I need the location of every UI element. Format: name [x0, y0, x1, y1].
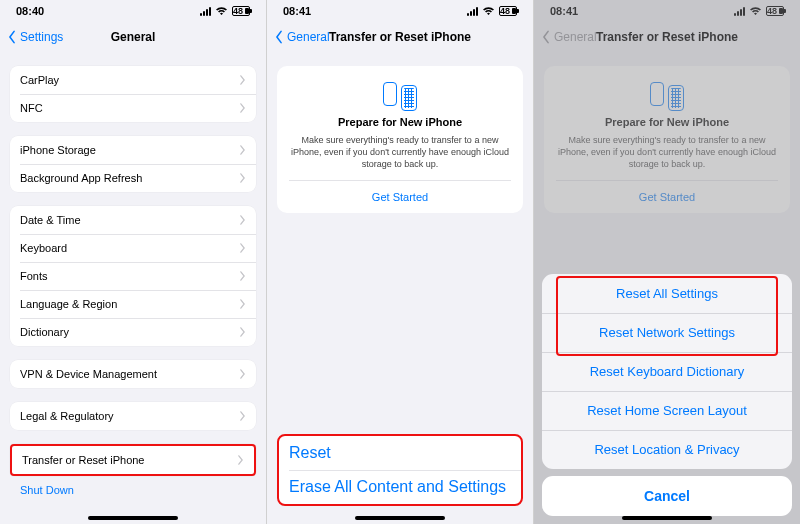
home-indicator[interactable]: [355, 516, 445, 520]
chevron-right-icon: [239, 271, 246, 281]
action-sheet: Reset All Settings Reset Network Setting…: [542, 274, 792, 516]
chevron-right-icon: [239, 173, 246, 183]
settings-group: iPhone Storage Background App Refresh: [10, 136, 256, 192]
chevron-right-icon: [239, 243, 246, 253]
status-bar: 08:40 48: [0, 0, 266, 22]
row-transfer-reset[interactable]: Transfer or Reset iPhone: [12, 446, 254, 474]
settings-group: Date & Time Keyboard Fonts Language & Re…: [10, 206, 256, 346]
action-sheet-options: Reset All Settings Reset Network Setting…: [542, 274, 792, 469]
row-background-app-refresh[interactable]: Background App Refresh: [10, 164, 256, 192]
settings-list: CarPlay NFC iPhone Storage Background Ap…: [0, 66, 266, 504]
reset-button[interactable]: Reset: [279, 436, 521, 470]
home-indicator[interactable]: [88, 516, 178, 520]
chevron-right-icon: [239, 411, 246, 421]
wifi-icon: [482, 7, 495, 16]
chevron-right-icon: [239, 299, 246, 309]
card-heading: Prepare for New iPhone: [289, 116, 511, 128]
erase-all-button[interactable]: Erase All Content and Settings: [279, 470, 521, 504]
reset-actions-highlighted: Reset Erase All Content and Settings: [277, 434, 523, 506]
screen-general-settings: 08:40 48 Settings General CarPlay NFC iP…: [0, 0, 267, 524]
row-fonts[interactable]: Fonts: [10, 262, 256, 290]
row-legal-regulatory[interactable]: Legal & Regulatory: [10, 402, 256, 430]
chevron-right-icon: [239, 215, 246, 225]
nav-bar: General Transfer or Reset iPhone: [267, 22, 533, 52]
chevron-right-icon: [237, 455, 244, 465]
screen-reset-action-sheet: 08:41 48 General Transfer or Reset iPhon…: [534, 0, 800, 524]
row-dictionary[interactable]: Dictionary: [10, 318, 256, 346]
chevron-right-icon: [239, 145, 246, 155]
back-button[interactable]: Settings: [6, 30, 63, 44]
reset-location-privacy-option[interactable]: Reset Location & Privacy: [542, 430, 792, 469]
row-carplay[interactable]: CarPlay: [10, 66, 256, 94]
prepare-card: Prepare for New iPhone Make sure everyth…: [277, 66, 523, 213]
reset-all-settings-option[interactable]: Reset All Settings: [542, 274, 792, 313]
row-iphone-storage[interactable]: iPhone Storage: [10, 136, 256, 164]
status-time: 08:41: [283, 5, 311, 17]
back-label: General: [287, 30, 330, 44]
chevron-right-icon: [239, 75, 246, 85]
nav-bar: Settings General: [0, 22, 266, 52]
get-started-button[interactable]: Get Started: [289, 180, 511, 213]
shut-down-link[interactable]: Shut Down: [10, 476, 256, 504]
wifi-icon: [215, 7, 228, 16]
row-keyboard[interactable]: Keyboard: [10, 234, 256, 262]
status-bar: 08:41 48: [267, 0, 533, 22]
chevron-right-icon: [239, 103, 246, 113]
row-nfc[interactable]: NFC: [10, 94, 256, 122]
chevron-right-icon: [239, 369, 246, 379]
screen-transfer-reset: 08:41 48 General Transfer or Reset iPhon…: [267, 0, 534, 524]
card-body: Make sure everything's ready to transfer…: [289, 134, 511, 170]
home-indicator[interactable]: [622, 516, 712, 520]
cellular-signal-icon: [200, 7, 211, 16]
battery-icon: 48: [499, 6, 517, 16]
settings-group-highlighted: Transfer or Reset iPhone: [10, 444, 256, 476]
devices-icon: [289, 82, 511, 108]
row-date-time[interactable]: Date & Time: [10, 206, 256, 234]
row-language-region[interactable]: Language & Region: [10, 290, 256, 318]
settings-group: CarPlay NFC: [10, 66, 256, 122]
cellular-signal-icon: [467, 7, 478, 16]
settings-group: VPN & Device Management: [10, 360, 256, 388]
reset-network-settings-option[interactable]: Reset Network Settings: [542, 313, 792, 352]
status-time: 08:40: [16, 5, 44, 17]
cancel-button[interactable]: Cancel: [542, 476, 792, 516]
chevron-right-icon: [239, 327, 246, 337]
battery-icon: 48: [232, 6, 250, 16]
reset-home-screen-layout-option[interactable]: Reset Home Screen Layout: [542, 391, 792, 430]
back-label: Settings: [20, 30, 63, 44]
settings-group: Legal & Regulatory: [10, 402, 256, 430]
row-vpn-device-management[interactable]: VPN & Device Management: [10, 360, 256, 388]
back-button[interactable]: General: [273, 30, 330, 44]
reset-keyboard-dictionary-option[interactable]: Reset Keyboard Dictionary: [542, 352, 792, 391]
